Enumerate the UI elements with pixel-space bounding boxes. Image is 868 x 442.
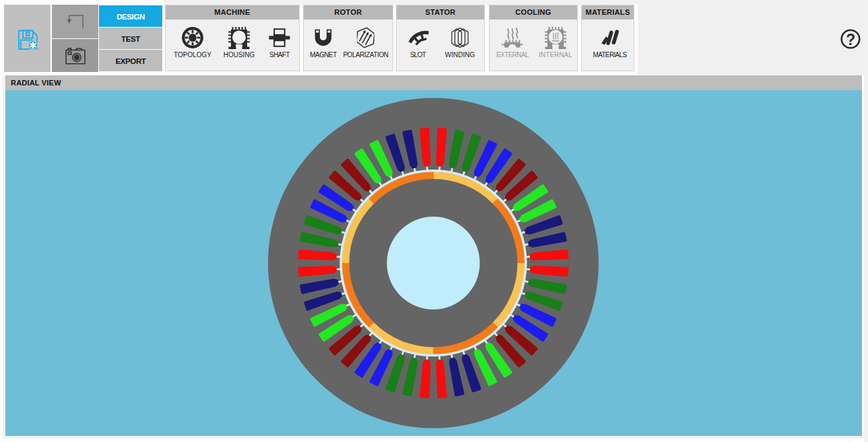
- svg-text:?: ?: [846, 31, 855, 48]
